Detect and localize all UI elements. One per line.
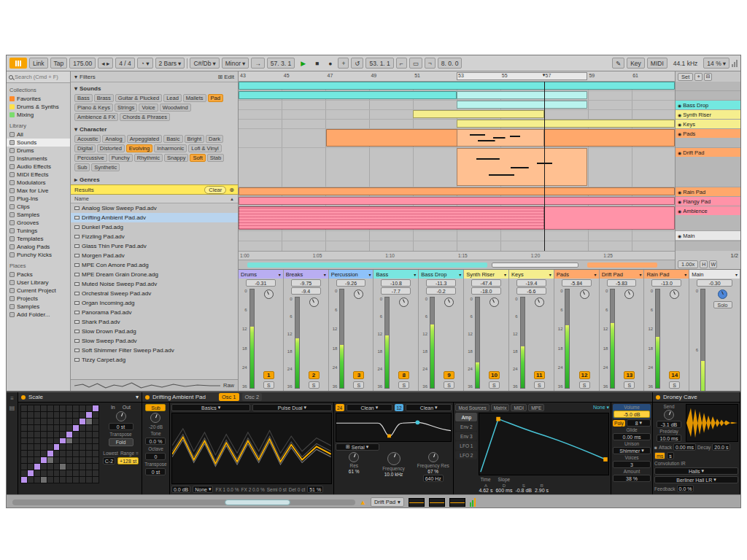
arrangement-clip[interactable] bbox=[239, 82, 675, 90]
scrollbar-handle[interactable] bbox=[225, 499, 290, 505]
arrangement-lane[interactable] bbox=[239, 148, 675, 187]
scale-grid-cell[interactable] bbox=[47, 451, 53, 456]
scale-grid-cell[interactable] bbox=[54, 477, 60, 483]
device-on-toggle[interactable] bbox=[21, 395, 26, 400]
solo-button[interactable]: S bbox=[534, 381, 545, 389]
track-header-synth-riser[interactable]: ◉Synth Riser bbox=[676, 110, 740, 119]
sidebar-item-sounds[interactable]: Sounds bbox=[7, 139, 70, 147]
sidebar-item-add-folder[interactable]: Add Folder... bbox=[7, 311, 70, 319]
scale-grid-cell[interactable] bbox=[34, 432, 40, 438]
tab-osc-1[interactable]: Osc 1 bbox=[219, 393, 239, 401]
scale-grid-cell[interactable] bbox=[21, 419, 27, 424]
scale-grid-cell[interactable] bbox=[28, 438, 34, 444]
solo-button[interactable]: S bbox=[489, 381, 500, 389]
level-meter[interactable] bbox=[339, 289, 344, 389]
filter1-slope-badge[interactable]: 24 bbox=[336, 404, 344, 411]
scale-grid-cell[interactable] bbox=[28, 470, 34, 476]
shape-value[interactable]: 51 % bbox=[307, 486, 323, 493]
filter-chip-bass[interactable]: Bass bbox=[74, 94, 93, 102]
scale-grid-cell[interactable] bbox=[73, 457, 79, 463]
scale-grid-cell[interactable] bbox=[86, 451, 92, 456]
sidebar-item-drums[interactable]: Drums bbox=[7, 147, 70, 155]
scale-grid-cell[interactable] bbox=[47, 405, 53, 411]
scale-grid-cell[interactable] bbox=[80, 457, 85, 463]
sidebar-item-projects[interactable]: Projects bbox=[7, 295, 70, 303]
scale-grid-cell[interactable] bbox=[54, 405, 60, 411]
result-item[interactable]: Analog Slow Sweep Pad.adv bbox=[71, 203, 238, 213]
result-item[interactable]: Dunkel Pad.adg bbox=[71, 222, 238, 232]
solo-button[interactable]: S bbox=[263, 381, 274, 389]
volume-value[interactable]: -5.0 dB bbox=[614, 411, 650, 418]
scale-grid-cell[interactable] bbox=[54, 425, 60, 431]
ms-toggle[interactable]: ms bbox=[654, 452, 665, 459]
overdub-toggle[interactable]: + bbox=[338, 58, 349, 69]
result-item[interactable]: MPE Con Amore Pad.adg bbox=[71, 260, 238, 270]
clip-thumbnail[interactable] bbox=[449, 498, 465, 507]
arrangement-lane[interactable] bbox=[239, 110, 675, 120]
lowest-note-value[interactable]: C-2 bbox=[103, 457, 115, 464]
result-item[interactable]: Muted Noise Sweep Pad.adv bbox=[71, 279, 238, 289]
mod-none-menu[interactable]: None ▾ bbox=[593, 405, 609, 411]
peak-value[interactable]: -18.0 bbox=[471, 287, 501, 295]
arrangement-lane[interactable] bbox=[239, 187, 675, 197]
osc-gain-value[interactable]: 0.0 dB bbox=[171, 486, 190, 493]
pan-knob[interactable] bbox=[354, 289, 363, 299]
arrangement-lane[interactable] bbox=[239, 82, 675, 91]
pan-knob[interactable] bbox=[718, 289, 727, 299]
key-map-toggle[interactable]: Key bbox=[627, 58, 645, 69]
scale-grid-cell[interactable] bbox=[41, 405, 47, 411]
sidebar-item-packs[interactable]: Packs bbox=[7, 271, 70, 279]
sidebar-item-tunings[interactable]: Tunings bbox=[7, 227, 70, 235]
quantize-menu[interactable]: 2 Bars ▾ bbox=[155, 58, 185, 69]
stop-button[interactable]: ■ bbox=[311, 58, 322, 69]
volume-value[interactable]: -13.0 bbox=[651, 279, 681, 287]
filter-chip-pad[interactable]: Pad bbox=[208, 94, 223, 102]
filter-group-header-sounds[interactable]: ▾Sounds bbox=[71, 82, 238, 93]
filter2-slope-badge[interactable]: 12 bbox=[395, 404, 403, 411]
scale-grid-cell[interactable] bbox=[66, 425, 72, 431]
scale-grid-cell[interactable] bbox=[60, 451, 66, 456]
fx2-value[interactable]: FX 2 0.0 % bbox=[241, 487, 265, 492]
scale-grid-cell[interactable] bbox=[28, 444, 34, 450]
solo-button[interactable]: S bbox=[309, 381, 320, 389]
pan-knob[interactable] bbox=[309, 298, 319, 307]
filter-chip-acoustic[interactable]: Acoustic bbox=[74, 135, 101, 143]
track-header-flangy-pad[interactable]: ◉Flangy Pad bbox=[676, 197, 740, 206]
beat-time-ruler[interactable]: 4345474951535557596163▾ bbox=[239, 71, 675, 82]
scale-grid-cell[interactable] bbox=[73, 464, 79, 470]
impulse-response-display[interactable] bbox=[686, 404, 738, 442]
chevron-down-icon[interactable]: ▾ bbox=[74, 74, 77, 80]
scale-grid-cell[interactable] bbox=[66, 470, 72, 476]
level-meter[interactable] bbox=[610, 289, 615, 389]
sidebar-item-mixing[interactable]: Mixing bbox=[7, 111, 70, 119]
scale-grid-cell[interactable] bbox=[60, 444, 66, 450]
scale-grid-cell[interactable] bbox=[80, 432, 85, 438]
scale-grid-cell[interactable] bbox=[47, 444, 53, 450]
punch-in-toggle[interactable]: ⌐ bbox=[396, 58, 407, 69]
scale-grid-cell[interactable] bbox=[93, 432, 98, 438]
scale-grid-cell[interactable] bbox=[28, 464, 34, 470]
track-title-breaks[interactable]: Breaks▾ bbox=[284, 270, 328, 279]
sidebar-item-favorites[interactable]: Favorites bbox=[7, 95, 70, 103]
level-meter[interactable] bbox=[700, 289, 705, 391]
osc-fx-route-menu[interactable]: None ▾ bbox=[193, 486, 213, 493]
record-button[interactable]: ● bbox=[325, 58, 336, 69]
filter-chip-stab[interactable]: Stab bbox=[207, 154, 224, 162]
pan-knob[interactable] bbox=[444, 298, 454, 307]
search-input[interactable] bbox=[15, 74, 68, 80]
arrangement-clip[interactable] bbox=[457, 120, 675, 128]
volume-value[interactable]: -5.84 bbox=[562, 279, 592, 287]
scale-grid-cell[interactable] bbox=[73, 438, 79, 444]
track-title-bass-drop[interactable]: Bass Drop▾ bbox=[419, 270, 463, 279]
scale-grid-cell[interactable] bbox=[47, 425, 53, 431]
scale-grid-cell[interactable] bbox=[80, 438, 85, 444]
scale-grid-cell[interactable] bbox=[60, 405, 66, 411]
scale-grid-cell[interactable] bbox=[34, 425, 40, 431]
filter-chip-lofi-vinyl[interactable]: Lofi & Vinyl bbox=[188, 144, 221, 152]
release-value[interactable]: 2.90 s bbox=[535, 488, 549, 493]
arrangement-lane[interactable] bbox=[239, 206, 675, 231]
track-title-pads[interactable]: Pads▾ bbox=[554, 270, 599, 279]
scale-grid-cell[interactable] bbox=[28, 405, 34, 411]
sidebar-item-analog-pads[interactable]: Analog Pads bbox=[7, 243, 70, 251]
scale-grid-cell[interactable] bbox=[80, 405, 85, 411]
